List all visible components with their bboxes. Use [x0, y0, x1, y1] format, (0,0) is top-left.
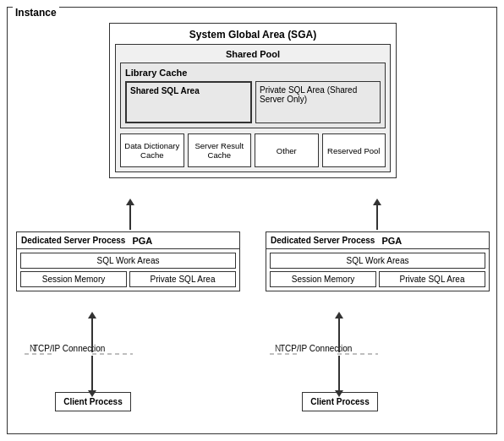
pga-left-header: Dedicated Server Process PGA — [17, 232, 239, 249]
pga-left-bottom-row: Session Memory Private SQL Area — [20, 271, 236, 287]
pga-left: Dedicated Server Process PGA SQL Work Ar… — [16, 231, 240, 291]
sga-box: System Global Area (SGA) Shared Pool Lib… — [109, 23, 397, 178]
instance-box: Instance System Global Area (SGA) Shared… — [7, 7, 497, 434]
tcp-left-label: TCP/IP Connection — [33, 344, 105, 353]
reserved-pool-cell: Reserved Pool — [322, 133, 386, 167]
pga-right: Dedicated Server Process PGA SQL Work Ar… — [266, 231, 490, 291]
dedicated-server-left-label: Dedicated Server Process — [21, 235, 125, 246]
library-cache-label: Library Cache — [125, 68, 381, 78]
shared-pool-box: Shared Pool Library Cache Shared SQL Are… — [115, 44, 391, 172]
shared-sql-area-box: Shared SQL Area — [125, 81, 252, 123]
shared-pool-bottom: Data Dictionary Cache Server Result Cach… — [120, 133, 386, 167]
private-sql-area-box: Private SQL Area (Shared Server Only) — [255, 81, 381, 123]
svg-marker-10 — [88, 312, 96, 318]
tcp-right-label: TCP/IP Connection — [280, 344, 352, 353]
private-sql-area-left: Private SQL Area — [129, 271, 236, 287]
pga-left-body: SQL Work Areas Session Memory Private SQ… — [17, 249, 239, 291]
private-sql-area-right: Private SQL Area — [379, 271, 485, 287]
svg-marker-1 — [126, 199, 134, 205]
shared-pool-label: Shared Pool — [120, 49, 386, 59]
pga-right-bottom-row: Session Memory Private SQL Area — [270, 271, 485, 287]
svg-marker-17 — [335, 312, 343, 318]
instance-label: Instance — [13, 7, 59, 19]
session-memory-right: Session Memory — [270, 271, 376, 287]
client-left-box: Client Process — [55, 392, 131, 411]
sga-title: System Global Area (SGA) — [115, 29, 391, 41]
dedicated-server-right-label: Dedicated Server Process — [271, 235, 375, 246]
pga-right-header: Dedicated Server Process PGA — [266, 232, 489, 249]
sql-work-areas-right: SQL Work Areas — [270, 253, 485, 269]
svg-marker-3 — [373, 199, 381, 205]
session-memory-left: Session Memory — [20, 271, 127, 287]
client-right-box: Client Process — [302, 392, 378, 411]
server-result-cache-cell: Server Result Cache — [188, 133, 252, 167]
pga-left-label: PGA — [132, 236, 152, 246]
library-cache-inner: Shared SQL Area Private SQL Area (Shared… — [125, 81, 381, 123]
data-dictionary-cache-cell: Data Dictionary Cache — [120, 133, 184, 167]
pga-right-body: SQL Work Areas Session Memory Private SQ… — [266, 249, 489, 291]
diagram-container: Instance System Global Area (SGA) Shared… — [0, 0, 504, 441]
library-cache-box: Library Cache Shared SQL Area Private SQ… — [120, 63, 386, 128]
other-cell: Other — [255, 133, 319, 167]
pga-right-label: PGA — [381, 236, 402, 246]
sql-work-areas-left: SQL Work Areas — [20, 253, 236, 269]
